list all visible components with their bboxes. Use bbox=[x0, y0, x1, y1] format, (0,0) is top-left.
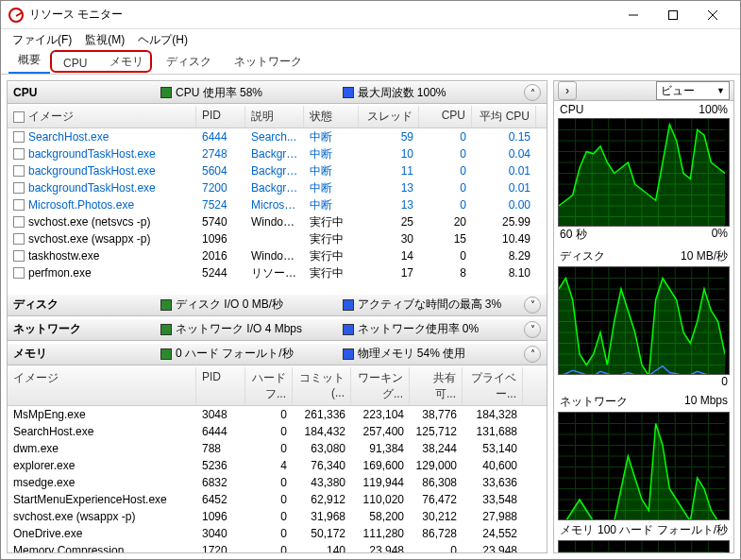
green-square-icon bbox=[160, 348, 172, 360]
cell-pid: 6452 bbox=[196, 492, 245, 507]
section-memory-header[interactable]: メモリ 0 ハード フォールト/秒 物理メモリ 54% 使用 ˄ bbox=[8, 343, 547, 365]
table-row[interactable]: OneDrive.exe 3040 0 50,172 111,280 86,72… bbox=[8, 525, 547, 542]
cell-ws: 169,600 bbox=[351, 458, 410, 473]
table-row[interactable]: MsMpEng.exe 3048 0 261,336 223,104 38,77… bbox=[8, 406, 547, 423]
row-checkbox[interactable] bbox=[13, 216, 25, 228]
section-network-title: ネットワーク bbox=[13, 321, 145, 337]
cell-pid: 5236 bbox=[196, 458, 245, 473]
cell-hf: 0 bbox=[245, 543, 293, 553]
mem-hf-label: 0 ハード フォールト/秒 bbox=[176, 346, 294, 362]
table-row[interactable]: backgroundTaskHost.exe 7200 Backgro... 中… bbox=[8, 179, 547, 196]
cell-ws: 110,020 bbox=[351, 492, 410, 507]
menu-help[interactable]: ヘルプ(H) bbox=[132, 30, 194, 50]
row-checkbox[interactable] bbox=[13, 182, 25, 194]
col-threads[interactable]: スレッド bbox=[359, 106, 419, 127]
tab-memory[interactable]: メモリ bbox=[100, 50, 153, 74]
cpu-table-header: イメージ PID 説明 状態 スレッド CPU 平均 CPU bbox=[8, 106, 547, 128]
cell-avg: 8.10 bbox=[472, 265, 536, 280]
memory-table: イメージ PID ハード フ... コミット (... ワーキング... 共有可… bbox=[8, 367, 547, 553]
menu-monitor[interactable]: 監視(M) bbox=[79, 30, 130, 50]
left-pane: CPU CPU 使用率 58% 最大周波数 100% ˄ イメージ PID 説明… bbox=[7, 80, 547, 553]
chevron-down-icon[interactable]: ˅ bbox=[524, 297, 541, 314]
table-row[interactable]: msedge.exe 6832 0 43,380 119,944 86,308 … bbox=[8, 474, 547, 491]
col-image[interactable]: イメージ bbox=[28, 109, 74, 125]
cell-hf: 0 bbox=[245, 424, 293, 439]
row-checkbox[interactable] bbox=[13, 250, 25, 262]
tab-overview[interactable]: 概要 bbox=[8, 48, 50, 74]
col-mem-pv[interactable]: プライベー... bbox=[463, 367, 523, 405]
cell-sh: 125,712 bbox=[410, 424, 463, 439]
col-status[interactable]: 状態 bbox=[304, 106, 359, 127]
view-selector[interactable]: ビュー▼ bbox=[656, 81, 730, 100]
cell-threads: 14 bbox=[359, 248, 419, 263]
cell-sh: 38,776 bbox=[410, 407, 463, 422]
table-row[interactable]: Memory Compression 1720 0 140 23,948 0 2… bbox=[8, 542, 547, 553]
green-square-icon bbox=[160, 324, 172, 335]
col-pid[interactable]: PID bbox=[196, 106, 245, 127]
table-row[interactable]: svchost.exe (wsappx -p) 1096 実行中 30 15 1… bbox=[8, 230, 547, 247]
row-checkbox[interactable] bbox=[13, 131, 25, 143]
table-row[interactable]: explorer.exe 5236 4 76,340 169,600 129,0… bbox=[8, 457, 547, 474]
cell-status: 実行中 bbox=[304, 230, 359, 248]
tab-cpu[interactable]: CPU bbox=[54, 53, 96, 74]
menu-file[interactable]: ファイル(F) bbox=[7, 30, 77, 50]
cell-commit: 140 bbox=[293, 543, 351, 553]
maximize-button[interactable] bbox=[653, 2, 693, 28]
table-row[interactable]: SearchHost.exe 6444 0 184,432 257,400 12… bbox=[8, 423, 547, 440]
cell-status: 中断 bbox=[304, 196, 359, 214]
checkbox-all[interactable] bbox=[13, 111, 25, 123]
col-mem-image[interactable]: イメージ bbox=[8, 367, 196, 405]
cell-commit: 50,172 bbox=[293, 526, 351, 541]
graph-title-label: ディスク bbox=[560, 248, 605, 264]
cell-pv: 24,552 bbox=[463, 526, 523, 541]
cell-avg: 8.29 bbox=[472, 248, 536, 263]
cell-threads: 13 bbox=[359, 197, 419, 212]
table-row[interactable]: dwm.exe 788 0 63,080 91,384 38,244 53,14… bbox=[8, 440, 547, 457]
row-checkbox[interactable] bbox=[13, 199, 25, 211]
table-row[interactable]: perfmon.exe 5244 リソースと... 実行中 17 8 8.10 bbox=[8, 264, 547, 281]
graph-title-label: ネットワーク bbox=[560, 394, 628, 410]
memory-table-header: イメージ PID ハード フ... コミット (... ワーキング... 共有可… bbox=[8, 367, 547, 406]
chevron-down-icon[interactable]: ˅ bbox=[524, 321, 541, 338]
minimize-button[interactable] bbox=[614, 2, 653, 28]
cell-status: 実行中 bbox=[304, 247, 359, 265]
cell-status: 実行中 bbox=[304, 213, 359, 231]
row-checkbox[interactable] bbox=[13, 267, 25, 279]
col-mem-pid[interactable]: PID bbox=[196, 367, 245, 405]
section-disk-header[interactable]: ディスク ディスク I/O 0 MB/秒 アクティブな時間の最高 3% ˅ bbox=[8, 294, 547, 316]
table-row[interactable]: svchost.exe (wsappx -p) 1096 0 31,968 58… bbox=[8, 508, 547, 525]
cell-desc: Search... bbox=[245, 129, 304, 144]
section-cpu-title: CPU bbox=[13, 86, 145, 99]
row-checkbox[interactable] bbox=[13, 165, 25, 177]
col-desc[interactable]: 説明 bbox=[245, 106, 304, 127]
col-avg[interactable]: 平均 CPU bbox=[472, 106, 536, 127]
col-cpu[interactable]: CPU bbox=[419, 106, 472, 127]
cell-desc: Window... bbox=[245, 248, 304, 263]
row-checkbox[interactable] bbox=[13, 148, 25, 160]
collapse-right-button[interactable]: › bbox=[558, 81, 577, 100]
cell-pid: 7200 bbox=[196, 180, 245, 195]
close-button[interactable] bbox=[693, 2, 733, 28]
tab-network[interactable]: ネットワーク bbox=[225, 50, 312, 74]
cell-desc: リソースと... bbox=[245, 264, 304, 282]
chevron-up-icon[interactable]: ˄ bbox=[524, 84, 541, 101]
app-icon bbox=[8, 8, 24, 23]
section-network-header[interactable]: ネットワーク ネットワーク I/O 4 Mbps ネットワーク使用率 0% ˅ bbox=[8, 318, 547, 341]
table-row[interactable]: backgroundTaskHost.exe 2748 Backgro... 中… bbox=[8, 145, 547, 162]
table-row[interactable]: taskhostw.exe 2016 Window... 実行中 14 0 8.… bbox=[8, 247, 547, 264]
disk-io-label: ディスク I/O 0 MB/秒 bbox=[176, 297, 283, 313]
section-cpu-header[interactable]: CPU CPU 使用率 58% 最大周波数 100% ˄ bbox=[8, 81, 547, 104]
table-row[interactable]: StartMenuExperienceHost.exe 6452 0 62,91… bbox=[8, 491, 547, 508]
tab-disk[interactable]: ディスク bbox=[157, 50, 221, 74]
row-checkbox[interactable] bbox=[13, 233, 25, 245]
col-mem-hf[interactable]: ハード フ... bbox=[245, 367, 293, 405]
col-mem-commit[interactable]: コミット (... bbox=[293, 367, 351, 405]
chevron-up-icon[interactable]: ˄ bbox=[524, 346, 541, 363]
table-row[interactable]: backgroundTaskHost.exe 5604 Backgro... 中… bbox=[8, 162, 547, 179]
table-row[interactable]: SearchHost.exe 6444 Search... 中断 59 0 0.… bbox=[8, 128, 547, 145]
table-row[interactable]: Microsoft.Photos.exe 7524 Microso... 中断 … bbox=[8, 196, 547, 213]
table-row[interactable]: svchost.exe (netsvcs -p) 5740 Window... … bbox=[8, 213, 547, 230]
col-mem-ws[interactable]: ワーキング... bbox=[351, 367, 410, 405]
col-mem-sh[interactable]: 共有可... bbox=[410, 367, 463, 405]
cell-desc: Backgro... bbox=[245, 146, 304, 161]
